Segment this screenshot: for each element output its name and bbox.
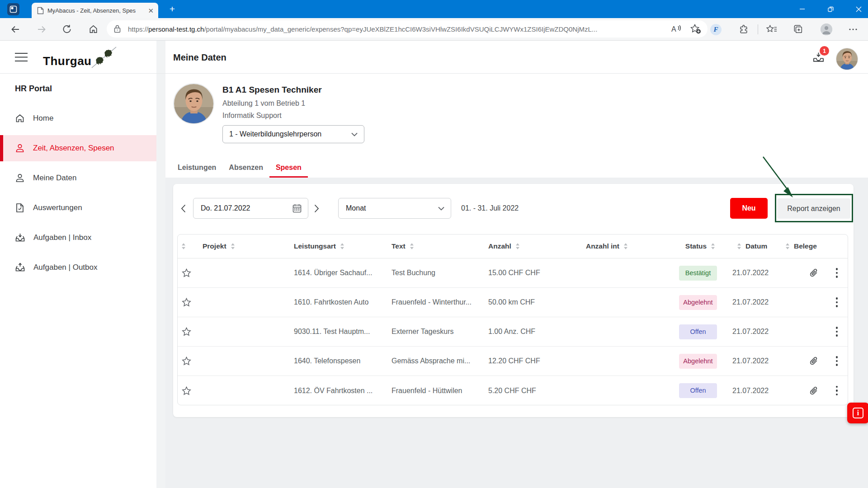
tab-close-icon[interactable]: ✕ xyxy=(148,7,154,14)
expenses-table: Projekt Leistungsart Text Anzahl Anzahl … xyxy=(177,234,848,405)
tab-bar: Leistungen Absenzen Spesen xyxy=(171,158,308,178)
info-fab-button[interactable]: i xyxy=(847,403,868,423)
workspaces-icon[interactable] xyxy=(7,3,19,15)
cell-anzahl: 5.20 CHF CHF xyxy=(485,387,578,395)
column-header-anzahl-int[interactable]: Anzahl int xyxy=(578,242,632,250)
table-row[interactable]: 1612. ÖV Fahrtkosten ... Frauenfeld - Hü… xyxy=(178,376,848,405)
sidebar-item-aufgaben-outbox[interactable]: Aufgaben | Outbox xyxy=(0,254,156,281)
column-header-belege[interactable]: Belege xyxy=(783,242,825,250)
favorite-star-icon[interactable] xyxy=(182,298,191,307)
cell-leistungsart: 9030.11. Test Hauptm... xyxy=(291,328,388,336)
extensions-icon[interactable] xyxy=(739,24,749,34)
favorite-star-icon[interactable] xyxy=(182,268,191,277)
browser-tab[interactable]: MyAbacus - Zeit, Absenzen, Spes ✕ xyxy=(32,3,158,18)
next-period-icon[interactable] xyxy=(311,198,322,219)
column-header-status[interactable]: Status xyxy=(632,242,730,250)
sidebar-item-home[interactable]: Home xyxy=(0,105,156,131)
column-header-leistungsart[interactable]: Leistungsart xyxy=(291,242,388,250)
sidebar-item-zeit-absenzen-spesen[interactable]: Zeit, Absenzen, Spesen xyxy=(0,135,156,161)
sidebar-item-meine-daten[interactable]: Meine Daten xyxy=(0,165,156,191)
attachment-icon[interactable] xyxy=(807,386,821,396)
minimize-button[interactable] xyxy=(788,0,816,18)
column-header-projekt[interactable]: Projekt xyxy=(199,242,291,250)
extension-f-icon[interactable]: F xyxy=(710,24,722,35)
cell-text: Externer Tageskurs xyxy=(388,328,485,336)
calendar-icon[interactable] xyxy=(292,204,302,213)
column-header-text[interactable]: Text xyxy=(388,242,485,250)
date-range-label: 01. - 31. Juli 2022 xyxy=(461,198,519,219)
cell-text: Gemäss Absprache mi... xyxy=(388,357,485,365)
back-icon[interactable] xyxy=(9,23,21,35)
column-header-datum[interactable]: Datum xyxy=(730,242,783,250)
cell-anzahl: 15.00 CHF CHF xyxy=(485,269,578,277)
attachment-icon[interactable] xyxy=(807,268,821,278)
close-window-button[interactable] xyxy=(844,0,868,18)
maximize-button[interactable] xyxy=(816,0,844,18)
status-badge: Offen xyxy=(679,324,717,339)
tab-absenzen[interactable]: Absenzen xyxy=(222,158,269,178)
sidebar-item-aufgaben-inbox[interactable]: Aufgaben | Inbox xyxy=(0,225,156,251)
favorite-add-icon[interactable] xyxy=(690,24,701,34)
tab-spesen[interactable]: Spesen xyxy=(269,158,308,178)
status-badge: Abgelehnt xyxy=(679,295,717,310)
tab-title: MyAbacus - Zeit, Absenzen, Spes xyxy=(47,7,144,14)
person-icon xyxy=(15,143,25,153)
refresh-icon[interactable] xyxy=(61,23,73,35)
collections-icon[interactable] xyxy=(793,24,803,34)
favorite-star-icon[interactable] xyxy=(182,327,191,336)
row-menu-icon[interactable] xyxy=(825,386,848,396)
cell-datum: 21.07.2022 xyxy=(730,357,783,365)
new-tab-button[interactable]: + xyxy=(167,5,177,14)
column-header-anzahl[interactable]: Anzahl xyxy=(485,242,578,250)
employee-department: Abteilung 1 vom Betrieb 1 xyxy=(222,99,305,108)
table-row[interactable]: 1610. Fahrtkosten Auto Frauenfeld - Wint… xyxy=(178,288,848,317)
browser-profile-icon[interactable] xyxy=(821,23,832,35)
prev-period-icon[interactable] xyxy=(178,198,189,219)
date-input[interactable]: Do. 21.07.2022 xyxy=(193,198,308,219)
status-badge: Bestätigt xyxy=(679,266,717,281)
url-bar[interactable]: https://personal-test.tg.ch/portal/myaba… xyxy=(107,20,708,38)
new-expense-button[interactable]: Neu xyxy=(730,198,768,219)
table-row[interactable]: 9030.11. Test Hauptm... Externer Tagesku… xyxy=(178,317,848,347)
row-menu-icon[interactable] xyxy=(825,268,848,278)
thurgau-logo[interactable]: Thurgau xyxy=(43,44,118,70)
cell-text: Frauenfeld - Winterthur... xyxy=(388,298,485,306)
lock-icon[interactable] xyxy=(114,25,121,33)
cell-text: Test Buchung xyxy=(388,269,485,277)
notification-badge: 1 xyxy=(820,46,829,56)
read-aloud-icon[interactable]: A xyxy=(671,24,681,33)
period-select[interactable]: Monat xyxy=(338,198,451,219)
outbox-icon xyxy=(15,263,25,272)
role-select[interactable]: 1 - Weiterbildungslehrperson xyxy=(222,125,364,143)
sidebar-scrollbar-track[interactable] xyxy=(156,41,165,488)
attachment-icon[interactable] xyxy=(807,356,821,366)
cell-anzahl: 1.00 Anz. CHF xyxy=(485,328,578,336)
cell-anzahl: 12.20 CHF CHF xyxy=(485,357,578,365)
user-avatar[interactable] xyxy=(836,48,858,70)
cell-leistungsart: 1610. Fahrtkosten Auto xyxy=(291,298,388,306)
favorites-icon[interactable] xyxy=(766,24,777,34)
menu-hamburger-icon[interactable] xyxy=(15,52,28,62)
sidebar-item-auswertungen[interactable]: Auswertungen xyxy=(0,195,156,221)
favorite-star-icon[interactable] xyxy=(182,357,191,366)
url-text: https://personal-test.tg.ch/portal/myaba… xyxy=(128,25,667,33)
cell-datum: 21.07.2022 xyxy=(730,269,783,277)
row-menu-icon[interactable] xyxy=(825,356,848,366)
cell-leistungsart: 1612. ÖV Fahrtkosten ... xyxy=(291,387,388,395)
favorite-star-icon[interactable] xyxy=(182,386,191,395)
tab-leistungen[interactable]: Leistungen xyxy=(171,158,222,178)
employee-unit: Informatik Support xyxy=(222,112,282,120)
cell-datum: 21.07.2022 xyxy=(730,387,783,395)
row-menu-icon[interactable] xyxy=(825,327,848,337)
forward-icon[interactable] xyxy=(36,23,47,35)
cell-text: Frauenfeld - Hüttwilen xyxy=(388,387,485,395)
toolbar-divider xyxy=(758,24,758,34)
favorite-column-sort[interactable] xyxy=(178,243,199,249)
home-icon[interactable] xyxy=(87,23,99,35)
table-row[interactable]: 1640. Telefonspesen Gemäss Absprache mi.… xyxy=(178,347,848,376)
row-menu-icon[interactable] xyxy=(825,297,848,307)
browser-menu-icon[interactable] xyxy=(849,28,858,31)
table-row[interactable]: 1614. Übriger Sachauf... Test Buchung 15… xyxy=(178,258,848,288)
expenses-panel: Do. 21.07.2022 Monat 01. - 31. Juli 2022… xyxy=(173,184,854,417)
cell-datum: 21.07.2022 xyxy=(730,328,783,336)
